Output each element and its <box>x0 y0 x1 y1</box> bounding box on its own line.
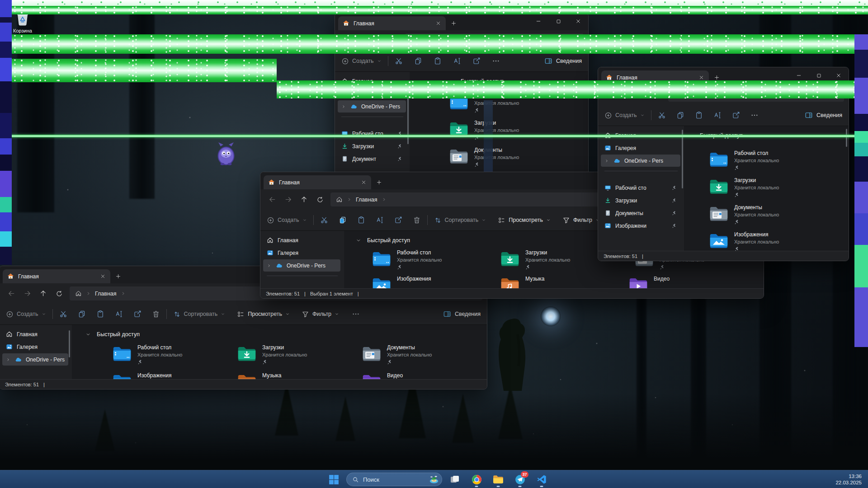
quick-access-tile-documents[interactable]: ДокументыХранится локально <box>449 146 588 167</box>
sidebar-item-downloads[interactable]: Загрузки <box>338 140 406 152</box>
quick-access-tile-downloads[interactable]: ЗагрузкиХранится локально <box>709 177 849 197</box>
w1-maximize-button[interactable] <box>548 13 568 29</box>
more-options-icon[interactable] <box>492 57 500 65</box>
quick-access-tile-desktop[interactable]: Рабочий столХранится локально <box>113 344 237 365</box>
w2-new-tab-button[interactable] <box>709 70 724 84</box>
quick-access-tile-downloads[interactable]: ЗагрузкиХранится локально <box>237 344 362 365</box>
explorer-window-1[interactable]: Главная Главная Создать <box>335 13 589 194</box>
w4-back-button[interactable] <box>4 286 19 301</box>
sidebar-scrollbar[interactable] <box>69 330 70 357</box>
w2-close-button[interactable] <box>829 67 849 84</box>
w2-create-button[interactable]: Создать <box>604 112 645 119</box>
sidebar-item-downloads[interactable]: Загрузки <box>601 194 680 206</box>
w2-forward-button[interactable] <box>618 87 633 102</box>
taskbar-chrome[interactable] <box>467 470 486 488</box>
sidebar-item-gallery[interactable]: Галерея <box>601 142 680 154</box>
sidebar-item-documents[interactable]: Документ <box>338 153 406 165</box>
cut-icon[interactable] <box>59 310 67 318</box>
rename-icon[interactable] <box>453 57 461 65</box>
copy-icon-active[interactable] <box>339 216 347 224</box>
taskbar-vscode[interactable] <box>533 470 551 488</box>
w3-tab-home[interactable]: Главная <box>264 175 371 189</box>
content-scrollbar[interactable] <box>846 129 847 147</box>
sidebar-item-onedrive[interactable]: OneDrive - Pers <box>601 155 680 167</box>
quick-access-tile-video[interactable]: Видео <box>362 372 487 379</box>
paste-icon[interactable] <box>357 216 365 224</box>
search-box[interactable]: Поиск <box>346 473 442 486</box>
start-button[interactable] <box>325 470 343 488</box>
w1-create-button[interactable]: Создать <box>341 57 382 65</box>
w2-tab-home[interactable]: Главная <box>601 70 709 84</box>
w1-refresh-button[interactable] <box>387 33 402 48</box>
share-icon[interactable] <box>472 57 481 65</box>
more-options-icon[interactable] <box>750 111 759 119</box>
share-icon[interactable] <box>133 310 142 318</box>
sidebar-item-desktop[interactable]: Рабочий сто <box>601 182 680 194</box>
w1-back-button[interactable] <box>340 33 354 48</box>
quick-access-tile-music[interactable]: Музыка <box>500 275 629 288</box>
sidebar-item-images[interactable]: Изображени <box>601 220 680 232</box>
sidebar-item-onedrive[interactable]: OneDrive - Pers <box>2 353 68 366</box>
w3-forward-button[interactable] <box>281 192 296 207</box>
w3-new-tab-button[interactable] <box>371 175 387 189</box>
sidebar-item-gallery[interactable]: Галерея <box>2 341 68 353</box>
w1-up-button[interactable] <box>371 33 386 48</box>
w4-refresh-button[interactable] <box>52 286 66 301</box>
sidebar-item-gallery[interactable]: Галерея <box>338 88 406 100</box>
copy-icon[interactable] <box>78 310 86 318</box>
w2-details-button[interactable]: Сведения <box>805 111 842 119</box>
quick-access-header[interactable]: Быстрый доступ <box>689 131 849 141</box>
task-view-button[interactable] <box>446 470 464 488</box>
sidebar-item-home[interactable]: Главная <box>601 129 680 141</box>
quick-access-tile-desktop[interactable]: Рабочий столХранится локально <box>709 150 849 170</box>
breadcrumb-segment[interactable]: Главная <box>356 197 377 203</box>
w2-up-button[interactable] <box>634 87 649 102</box>
w4-filter-button[interactable]: Фильтр <box>302 310 339 318</box>
quick-access-tile-music[interactable]: Музыка <box>237 372 362 379</box>
sidebar-item-home[interactable]: Главная <box>263 234 340 246</box>
w4-new-tab-button[interactable] <box>110 269 126 283</box>
tab-close-icon[interactable] <box>361 179 367 185</box>
w1-tab-home[interactable]: Главная <box>338 16 446 30</box>
w3-view-button[interactable]: Просмотреть <box>498 216 551 224</box>
w4-tab-home[interactable]: Главная <box>3 269 110 283</box>
explorer-window-2[interactable]: Главная Главная Создать <box>598 67 849 261</box>
cut-icon[interactable] <box>320 216 328 224</box>
w3-filter-button[interactable]: Фильтр <box>562 216 600 224</box>
copy-icon[interactable] <box>414 57 422 65</box>
w4-up-button[interactable] <box>36 286 51 301</box>
sidebar-item-gallery[interactable]: Галерея <box>263 247 340 259</box>
recycle-bin-desktop-icon[interactable]: Корзина <box>9 11 36 33</box>
sidebar-scrollbar[interactable] <box>407 97 409 144</box>
quick-access-tile-images[interactable]: ИзображенияХранится локально <box>709 231 849 251</box>
tab-close-icon[interactable] <box>698 75 704 80</box>
sidebar-item-documents[interactable]: Документы <box>601 207 680 219</box>
w1-minimize-button[interactable] <box>528 13 548 29</box>
trash-icon[interactable] <box>152 310 160 318</box>
share-icon[interactable] <box>394 216 402 224</box>
w4-forward-button[interactable] <box>20 286 35 301</box>
sidebar-item-home[interactable]: Главная <box>338 75 406 87</box>
breadcrumb-segment[interactable]: Главная <box>95 291 117 297</box>
more-options-icon[interactable] <box>352 310 360 318</box>
quick-access-tile-documents[interactable]: ДокументыХранится локально <box>362 344 487 365</box>
w2-breadcrumb[interactable]: Главная <box>668 88 844 102</box>
rename-icon[interactable] <box>115 310 123 318</box>
sidebar-item-onedrive[interactable]: OneDrive - Pers <box>263 259 340 272</box>
w2-minimize-button[interactable] <box>789 67 809 84</box>
taskbar-clock[interactable]: 13:36 22.03.2025 <box>835 473 862 486</box>
w3-create-button[interactable]: Создать <box>267 216 307 224</box>
taskbar-telegram[interactable]: 37 <box>511 470 529 488</box>
w1-forward-button[interactable] <box>355 33 370 48</box>
rename-icon[interactable] <box>713 111 722 119</box>
quick-access-tile-images[interactable]: Изображения <box>372 275 500 288</box>
trash-icon[interactable] <box>413 216 421 224</box>
w4-view-button[interactable]: Просмотреть <box>237 310 290 318</box>
w3-up-button[interactable] <box>297 192 311 207</box>
tab-close-icon[interactable] <box>435 20 441 26</box>
sidebar-item-home[interactable]: Главная <box>2 328 68 340</box>
sidebar-scrollbar[interactable] <box>682 130 683 188</box>
quick-access-header[interactable]: Быстрый доступ <box>85 329 487 339</box>
w3-sort-button[interactable]: Сортировать <box>434 216 486 224</box>
quick-access-tile-desktop[interactable]: Рабочий столХранится локально <box>449 92 588 113</box>
